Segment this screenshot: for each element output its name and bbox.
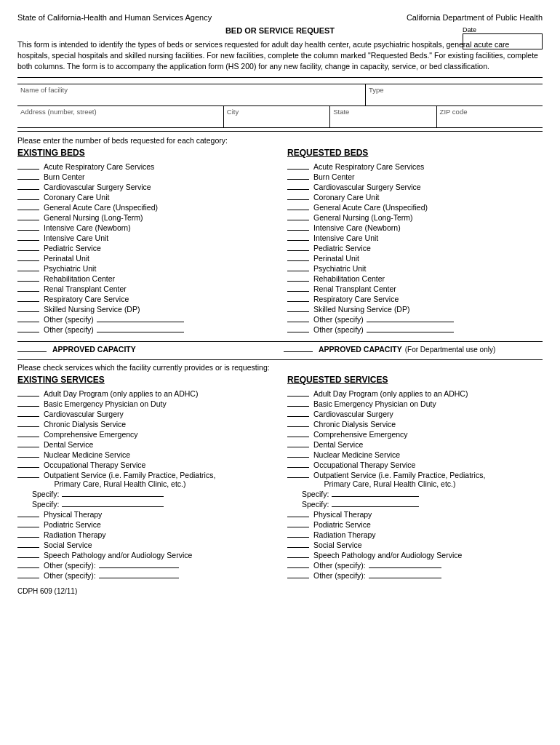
- specify-line[interactable]: [332, 506, 419, 507]
- blank-line[interactable]: [287, 250, 309, 251]
- blank-line[interactable]: [17, 332, 39, 332]
- blank-line[interactable]: [287, 557, 309, 558]
- service-item-specify2[interactable]: Specify:: [287, 500, 543, 509]
- service-item-other1[interactable]: Other (specify):: [287, 561, 543, 570]
- service-item-outpatient[interactable]: Outpatient Service (i.e. Family Practice…: [17, 471, 273, 488]
- blank-line[interactable]: [287, 537, 309, 538]
- bed-item[interactable]: Rehabilitation Center: [17, 274, 273, 283]
- blank-line[interactable]: [17, 199, 39, 200]
- blank-line[interactable]: [17, 240, 39, 241]
- blank-line[interactable]: [287, 322, 309, 322]
- service-item[interactable]: Speech Pathology and/or Audiology Servic…: [17, 551, 273, 559]
- name-field[interactable]: Name of facility: [17, 84, 366, 105]
- state-field[interactable]: State: [330, 106, 436, 127]
- bed-item[interactable]: Acute Respiratory Care Services: [287, 162, 543, 171]
- bed-item-other-2[interactable]: Other (specify): [287, 325, 543, 334]
- blank-line[interactable]: [17, 230, 39, 231]
- blank-line[interactable]: [287, 477, 309, 478]
- service-item[interactable]: Adult Day Program (only applies to an AD…: [17, 389, 273, 398]
- service-item[interactable]: Physical Therapy: [17, 510, 273, 519]
- blank-line[interactable]: [287, 527, 309, 527]
- blank-line[interactable]: [17, 260, 39, 261]
- zip-field[interactable]: ZIP code: [437, 106, 543, 127]
- blank-line[interactable]: [17, 567, 39, 568]
- blank-line[interactable]: [287, 189, 309, 190]
- blank-line[interactable]: [287, 220, 309, 220]
- bed-item[interactable]: Coronary Care Unit: [17, 193, 273, 202]
- service-item-specify1[interactable]: Specify:: [287, 490, 543, 498]
- service-item[interactable]: Comprehensive Emergency: [287, 430, 543, 439]
- bed-item[interactable]: Perinatal Unit: [17, 254, 273, 263]
- specify-line[interactable]: [99, 578, 179, 578]
- blank-line[interactable]: [287, 230, 309, 231]
- bed-item-other-2[interactable]: Other (specify): [17, 325, 273, 334]
- service-item[interactable]: Dental Service: [287, 440, 543, 449]
- bed-item[interactable]: Renal Transplant Center: [17, 284, 273, 293]
- blank-line[interactable]: [17, 426, 39, 427]
- specify-line[interactable]: [62, 496, 164, 497]
- bed-item[interactable]: Psychiatric Unit: [17, 264, 273, 273]
- service-item[interactable]: Speech Pathology and/or Audiology Servic…: [287, 551, 543, 559]
- bed-item[interactable]: General Nursing (Long-Term): [287, 213, 543, 222]
- bed-item[interactable]: Acute Respiratory Care Services: [17, 162, 273, 171]
- blank-line[interactable]: [17, 189, 39, 190]
- blank-line[interactable]: [287, 416, 309, 417]
- bed-item[interactable]: Respiratory Care Service: [17, 295, 273, 303]
- blank-line[interactable]: [287, 457, 309, 458]
- specify-line[interactable]: [97, 332, 184, 332]
- service-item[interactable]: Chronic Dialysis Service: [287, 420, 543, 429]
- blank-line[interactable]: [17, 169, 39, 170]
- service-item-other1[interactable]: Other (specify):: [17, 561, 273, 570]
- bed-item[interactable]: Pediatric Service: [17, 244, 273, 252]
- service-item[interactable]: Cardiovascular Surgery: [17, 410, 273, 418]
- blank-line[interactable]: [17, 467, 39, 468]
- service-item-outpatient[interactable]: Outpatient Service (i.e. Family Practice…: [287, 471, 543, 488]
- blank-line[interactable]: [17, 250, 39, 251]
- service-item[interactable]: Basic Emergency Physician on Duty: [17, 399, 273, 408]
- type-field[interactable]: Type: [366, 84, 543, 105]
- blank-line[interactable]: [17, 406, 39, 407]
- service-item-specify1[interactable]: Specify:: [17, 490, 273, 498]
- service-item[interactable]: Dental Service: [17, 440, 273, 449]
- blank-line[interactable]: [17, 220, 39, 220]
- blank-line[interactable]: [17, 457, 39, 458]
- bed-item[interactable]: General Nursing (Long-Term): [17, 213, 273, 222]
- bed-item[interactable]: Cardiovascular Surgery Service: [287, 183, 543, 191]
- service-item-specify2[interactable]: Specify:: [17, 500, 273, 509]
- service-item[interactable]: Radiation Therapy: [287, 530, 543, 539]
- specify-line[interactable]: [367, 322, 454, 322]
- blank-line[interactable]: [17, 527, 39, 527]
- blank-line[interactable]: [17, 291, 39, 292]
- blank-line[interactable]: [287, 240, 309, 241]
- blank-line[interactable]: [17, 210, 39, 210]
- bed-item[interactable]: Skilled Nursing Service (DP): [17, 305, 273, 314]
- specify-line[interactable]: [97, 322, 184, 322]
- blank-line[interactable]: [17, 557, 39, 558]
- blank-line[interactable]: [287, 291, 309, 292]
- requested-approved-blank[interactable]: [284, 351, 313, 352]
- blank-line[interactable]: [17, 437, 39, 437]
- service-item[interactable]: Comprehensive Emergency: [17, 430, 273, 439]
- blank-line[interactable]: [287, 169, 309, 170]
- service-item[interactable]: Podiatric Service: [17, 520, 273, 529]
- blank-line[interactable]: [287, 447, 309, 447]
- bed-item[interactable]: Skilled Nursing Service (DP): [287, 305, 543, 314]
- blank-line[interactable]: [287, 199, 309, 200]
- blank-line[interactable]: [287, 271, 309, 271]
- blank-line[interactable]: [287, 260, 309, 261]
- bed-item[interactable]: Intensive Care (Newborn): [287, 223, 543, 232]
- blank-line[interactable]: [287, 311, 309, 312]
- existing-approved-blank[interactable]: [17, 351, 47, 352]
- service-item-other2[interactable]: Other (specify):: [287, 571, 543, 580]
- bed-item[interactable]: Rehabilitation Center: [287, 274, 543, 283]
- service-item-other2[interactable]: Other (specify):: [17, 571, 273, 580]
- specify-line[interactable]: [62, 506, 164, 507]
- blank-line[interactable]: [287, 281, 309, 282]
- bed-item[interactable]: General Acute Care (Unspecified): [17, 203, 273, 212]
- bed-item-other-1[interactable]: Other (specify): [287, 315, 543, 324]
- bed-item[interactable]: Perinatal Unit: [287, 254, 543, 263]
- service-item[interactable]: Occupational Therapy Service: [17, 461, 273, 469]
- bed-item[interactable]: General Acute Care (Unspecified): [287, 203, 543, 212]
- blank-line[interactable]: [17, 281, 39, 282]
- bed-item[interactable]: Intensive Care Unit: [17, 234, 273, 242]
